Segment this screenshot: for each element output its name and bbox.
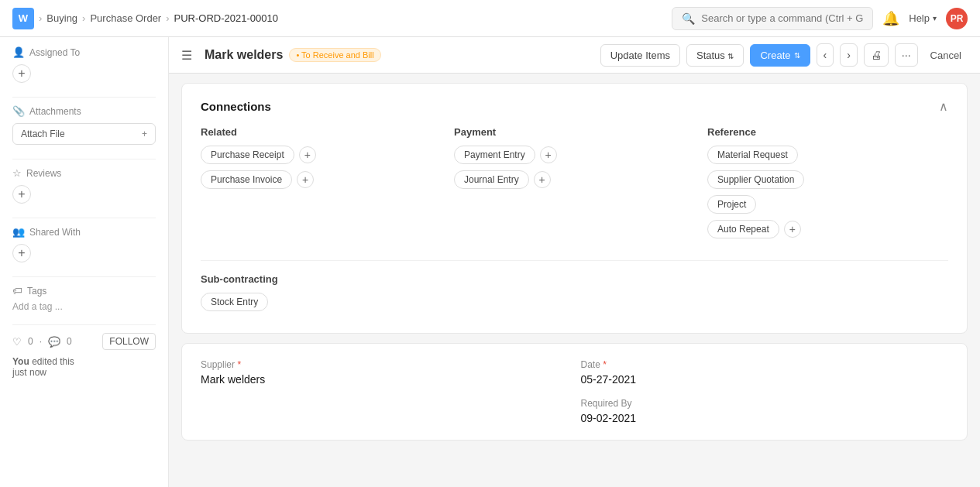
purchase-receipt-tag[interactable]: Purchase Receipt: [201, 146, 294, 164]
supplier-required: *: [237, 359, 241, 370]
search-bar[interactable]: 🔍: [672, 7, 873, 30]
related-column: Related Purchase Receipt + Purchase Invo…: [201, 126, 442, 245]
breadcrumb-purchase-order[interactable]: Purchase Order: [90, 12, 161, 24]
tags-label: 🏷 Tags: [12, 285, 156, 297]
sidebar: 👤 Assigned To + 📎 Attachments Attach Fil…: [0, 37, 169, 487]
project-item: Project: [707, 195, 948, 214]
follow-button[interactable]: FOLLOW: [102, 333, 156, 350]
user-icon: 👤: [12, 46, 25, 58]
subcontracting-section: Sub-contracting Stock Entry: [201, 260, 948, 311]
update-items-button[interactable]: Update Items: [600, 44, 680, 67]
doc-toolbar-left: ☰ Mark welders • To Receive and Bill: [181, 48, 594, 63]
add-purchase-invoice-button[interactable]: +: [297, 171, 314, 188]
reviews-label: ☆ Reviews: [12, 167, 156, 179]
assigned-to-section: 👤 Assigned To +: [12, 46, 156, 83]
add-auto-repeat-button[interactable]: +: [784, 221, 801, 238]
navbar-right: 🔔 Help ▾ PR: [882, 8, 968, 29]
payment-entry-tag[interactable]: Payment Entry: [454, 146, 535, 164]
form-card: Supplier * Mark welders Date * 05-27-202…: [181, 343, 968, 441]
sep1: ›: [39, 12, 42, 24]
app-icon[interactable]: W: [12, 8, 34, 29]
shared-with-label: 👥 Shared With: [12, 226, 156, 238]
activity-time: just now: [12, 367, 46, 378]
notification-icon[interactable]: 🔔: [882, 10, 899, 27]
divider-2: [12, 159, 156, 159]
project-tag[interactable]: Project: [707, 195, 756, 214]
auto-repeat-item: Auto Repeat +: [707, 220, 948, 238]
more-button[interactable]: ···: [895, 43, 918, 67]
supplier-label: Supplier *: [201, 359, 569, 370]
add-payment-entry-button[interactable]: +: [540, 146, 557, 163]
breadcrumb-current: PUR-ORD-2021-00010: [174, 12, 278, 24]
navbar: W › Buying › Purchase Order › PUR-ORD-20…: [0, 0, 980, 37]
form-grid: Supplier * Mark welders Date * 05-27-202…: [201, 359, 948, 424]
connections-title: Connections: [201, 100, 271, 113]
doc-area: ☰ Mark welders • To Receive and Bill Upd…: [169, 37, 980, 487]
status-label: Status: [696, 50, 725, 61]
attach-file-button[interactable]: Attach File +: [12, 123, 156, 145]
comments-count: 0: [67, 336, 72, 347]
doc-title: Mark welders: [205, 48, 283, 62]
date-value[interactable]: 05-27-2021: [581, 373, 949, 386]
supplier-quotation-tag[interactable]: Supplier Quotation: [707, 170, 804, 189]
create-label: Create: [760, 50, 790, 61]
help-button[interactable]: Help ▾: [909, 12, 937, 24]
doc-toolbar: ☰ Mark welders • To Receive and Bill Upd…: [169, 37, 980, 74]
cancel-button[interactable]: Cancel: [924, 45, 968, 66]
purchase-invoice-item: Purchase Invoice +: [201, 170, 442, 189]
add-tag-input[interactable]: Add a tag ...: [12, 301, 63, 312]
avatar[interactable]: PR: [946, 8, 968, 29]
payment-title: Payment: [454, 126, 695, 138]
stock-entry-tag[interactable]: Stock Entry: [201, 293, 268, 311]
main-layout: 👤 Assigned To + 📎 Attachments Attach Fil…: [0, 37, 980, 487]
reference-title: Reference: [707, 126, 948, 138]
create-chevron-icon: ⇅: [794, 51, 800, 60]
content-area: Connections ∧ Related Purchase Receipt +…: [169, 74, 980, 459]
breadcrumb-buying[interactable]: Buying: [46, 12, 77, 24]
attachments-label: 📎 Attachments: [12, 105, 156, 117]
reference-column: Reference Material Request Supplier Quot…: [707, 126, 948, 245]
navbar-left: W › Buying › Purchase Order › PUR-ORD-20…: [12, 8, 278, 29]
activity-user: You: [12, 356, 29, 367]
status-button[interactable]: Status ⇅: [686, 44, 744, 67]
tag-icon: 🏷: [12, 285, 22, 297]
prev-button[interactable]: ‹: [817, 43, 834, 67]
payment-entry-item: Payment Entry +: [454, 146, 695, 164]
add-journal-entry-button[interactable]: +: [534, 171, 551, 188]
attach-add-icon: +: [142, 129, 147, 139]
connections-card: Connections ∧ Related Purchase Receipt +…: [181, 83, 968, 334]
next-button[interactable]: ›: [840, 43, 858, 67]
add-assigned-button[interactable]: +: [12, 64, 31, 83]
print-button[interactable]: 🖨: [864, 43, 889, 67]
supplier-value[interactable]: Mark welders: [201, 373, 569, 386]
attachment-icon: 📎: [12, 105, 25, 117]
add-shared-button[interactable]: +: [12, 244, 31, 262]
search-icon: 🔍: [682, 12, 695, 25]
related-title: Related: [201, 126, 442, 138]
payment-column: Payment Payment Entry + Journal Entry +: [454, 126, 695, 245]
search-input[interactable]: [701, 12, 863, 24]
add-purchase-receipt-button[interactable]: +: [299, 146, 316, 163]
required-by-field: Required By 09-02-2021: [581, 398, 949, 424]
subcontracting-title: Sub-contracting: [201, 273, 948, 285]
sep2: ›: [82, 12, 85, 24]
purchase-invoice-tag[interactable]: Purchase Invoice: [201, 170, 292, 189]
divider-1: [12, 97, 156, 98]
required-by-value[interactable]: 09-02-2021: [581, 412, 949, 424]
star-icon: ☆: [12, 167, 22, 179]
connections-grid: Related Purchase Receipt + Purchase Invo…: [201, 126, 948, 245]
dot-sep: ·: [40, 336, 42, 347]
activity-entry: You edited this just now: [12, 356, 156, 378]
auto-repeat-tag[interactable]: Auto Repeat: [707, 220, 779, 238]
journal-entry-item: Journal Entry +: [454, 170, 695, 189]
menu-icon[interactable]: ☰: [181, 48, 192, 63]
help-chevron-icon: ▾: [933, 14, 937, 22]
shared-with-section: 👥 Shared With +: [12, 226, 156, 262]
journal-entry-tag[interactable]: Journal Entry: [454, 170, 529, 189]
create-button[interactable]: Create ⇅: [750, 44, 810, 67]
date-field: Date * 05-27-2021: [581, 359, 949, 386]
add-review-button[interactable]: +: [12, 185, 31, 204]
material-request-tag[interactable]: Material Request: [707, 146, 798, 164]
supplier-quotation-item: Supplier Quotation: [707, 170, 948, 189]
collapse-connections-button[interactable]: ∧: [939, 99, 948, 114]
